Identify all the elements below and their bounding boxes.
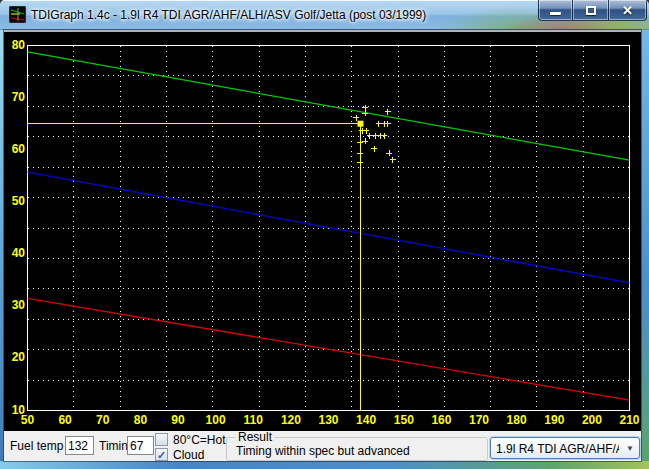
- y-tick-label: 40: [4, 246, 25, 260]
- close-icon: ✕: [622, 4, 633, 17]
- minimize-icon: [550, 12, 561, 15]
- x-tick-label: 170: [463, 413, 495, 427]
- cloud-point: [357, 159, 363, 165]
- engine-selector[interactable]: 1.9l R4 TDI AGR/AHF/ALH/ASV Golf/Jetta (…: [490, 437, 640, 459]
- title-bar[interactable]: TDIGraph 1.4c - 1.9l R4 TDI AGR/AHF/ALH/…: [0, 0, 649, 30]
- cloud-point: [357, 150, 363, 156]
- x-tick-label: 70: [87, 413, 119, 427]
- x-tick-label: 90: [162, 413, 194, 427]
- x-tick-label: 60: [49, 413, 81, 427]
- window-border-right: [641, 30, 649, 461]
- cloud-point: [386, 150, 392, 156]
- fuel-temp-label: Fuel temp: [10, 440, 63, 453]
- cloud-point: [390, 157, 396, 163]
- cloud-point: [357, 140, 363, 146]
- x-tick-label: 110: [237, 413, 269, 427]
- cloud-point: [385, 109, 391, 115]
- cloud-point: [367, 133, 373, 139]
- maximize-icon: [586, 6, 596, 15]
- x-tick-label: 140: [350, 413, 382, 427]
- timing-graph: 1020304050607080 50607080901001101201301…: [4, 30, 641, 431]
- cloud-point: [362, 105, 368, 111]
- cloud-point: [376, 121, 382, 127]
- result-text: Timing within spec but advanced: [236, 444, 410, 458]
- x-tick-label: 180: [501, 413, 533, 427]
- y-tick-label: 50: [4, 194, 25, 208]
- fuel-temp-input[interactable]: [65, 436, 94, 455]
- cloud-checkbox[interactable]: ✓: [155, 448, 168, 461]
- app-window: TDIGraph 1.4c - 1.9l R4 TDI AGR/AHF/ALH/…: [0, 0, 649, 469]
- x-tick-label: 210: [614, 413, 646, 427]
- x-tick-label: 100: [200, 413, 232, 427]
- cloud-point: [371, 146, 377, 152]
- plot-svg: [27, 45, 630, 411]
- result-groupbox: Result Timing within spec but advanced: [226, 437, 488, 461]
- x-tick-label: 150: [388, 413, 420, 427]
- dropdown-arrow-icon: ▼: [626, 444, 634, 454]
- cloud-point: [362, 110, 368, 116]
- x-tick-label: 190: [538, 413, 570, 427]
- crosshair-marker: [358, 121, 364, 127]
- y-tick-label: 60: [4, 142, 25, 156]
- window-title: TDIGraph 1.4c - 1.9l R4 TDI AGR/AHF/ALH/…: [31, 8, 426, 22]
- x-tick-label: 160: [425, 413, 457, 427]
- x-tick-label: 80: [124, 413, 156, 427]
- cloud-point: [362, 138, 368, 144]
- cloud-point: [359, 128, 365, 134]
- x-tick-label: 130: [313, 413, 345, 427]
- y-tick-label: 20: [4, 350, 25, 364]
- control-bar: Fuel temp Timing 80°C=Hot ✓ Cloud Result…: [4, 431, 641, 461]
- result-group-label: Result: [235, 431, 275, 444]
- x-tick-label: 50: [12, 413, 44, 427]
- cloud-point: [353, 115, 359, 121]
- hot-checkbox[interactable]: [155, 433, 168, 446]
- client-area: 1020304050607080 50607080901001101201301…: [4, 30, 641, 461]
- y-tick-label: 30: [4, 298, 25, 312]
- cloud-checkbox-label[interactable]: Cloud: [173, 449, 204, 462]
- engine-selector-value: 1.9l R4 TDI AGR/AHF/ALH/ASV Golf/Jetta (…: [496, 442, 619, 456]
- cloud-point: [385, 121, 391, 127]
- cloud-checkbox-mark: ✓: [157, 449, 166, 461]
- cloud-point: [381, 133, 387, 139]
- close-button[interactable]: ✕: [608, 0, 647, 21]
- x-tick-label: 120: [275, 413, 307, 427]
- x-tick-label: 200: [576, 413, 608, 427]
- hot-checkbox-label[interactable]: 80°C=Hot: [173, 434, 226, 447]
- window-border-bottom: [0, 461, 649, 469]
- timing-input[interactable]: [127, 436, 154, 455]
- y-tick-label: 70: [4, 90, 25, 104]
- maximize-button[interactable]: [573, 0, 608, 21]
- minimize-button[interactable]: [538, 0, 573, 21]
- y-tick-label: 80: [4, 38, 25, 52]
- app-icon: [9, 6, 26, 23]
- caption-buttons: ✕: [538, 0, 647, 21]
